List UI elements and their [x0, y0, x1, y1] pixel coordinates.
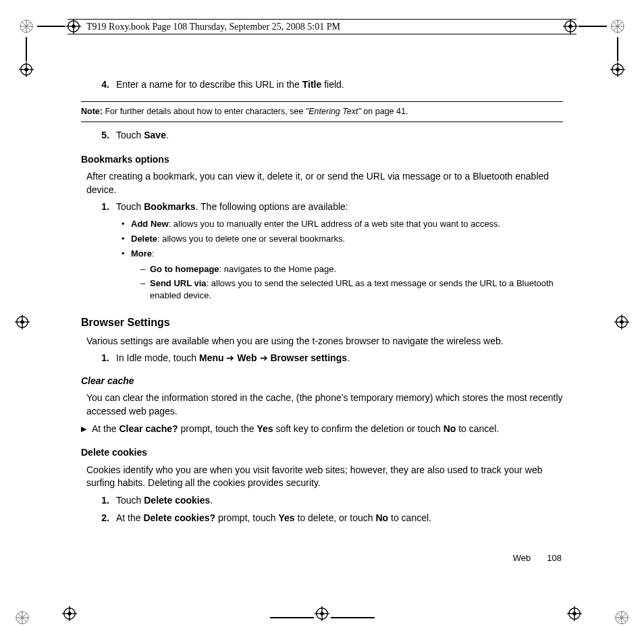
text: to cancel. [388, 512, 431, 523]
crosshair-icon [614, 315, 629, 333]
text: Touch [116, 495, 144, 506]
delete-cookies-heading: Delete cookies [81, 446, 563, 460]
bold-term: More [131, 248, 152, 259]
bold-term: Save [144, 130, 166, 140]
bullet-delete: • Delete: allows you to delete one or se… [81, 233, 563, 245]
step-number: 1. [92, 494, 109, 508]
crop-bar [26, 37, 27, 61]
svg-point-39 [20, 320, 24, 324]
text: prompt, touch [215, 512, 278, 523]
text: to delete, or touch [295, 512, 376, 523]
step-text: Touch Bookmarks. The following options a… [116, 200, 563, 214]
italic-reference: "Entering Text" [306, 107, 361, 116]
bold-term: Delete [131, 234, 157, 244]
text: on page 41. [361, 107, 408, 116]
svg-point-27 [568, 24, 572, 28]
crosshair-icon [610, 62, 625, 81]
footer-page-number: 108 [547, 553, 562, 563]
bold-term: Clear cache? [119, 423, 178, 434]
crosshair-icon [62, 606, 77, 625]
text: In Idle mode, touch [116, 352, 199, 363]
bold-term: Title [302, 79, 322, 90]
delete-cookies-text: Cookies identify who you are when you vi… [81, 464, 563, 490]
triangle-icon: ▶ [81, 423, 92, 436]
crop-star-icon [614, 610, 629, 625]
page-footer: Web108 [513, 552, 562, 564]
crosshair-icon [315, 606, 329, 625]
bold-term: Send URL via [150, 278, 207, 288]
crosshair-icon [66, 19, 81, 38]
delete-cookies-step-1: 1. Touch Delete cookies. [81, 494, 563, 508]
text: : allows you to manually enter the URL a… [169, 219, 501, 229]
page-header-text: T919 Roxy.book Page 108 Thursday, Septem… [86, 20, 340, 34]
bookmarks-step-1: 1. Touch Bookmarks. The following option… [81, 200, 563, 214]
step-text: Enter a name for to describe this URL in… [116, 78, 563, 92]
step-text: Touch Save. [116, 129, 563, 142]
bold-term: Delete cookies? [143, 512, 215, 523]
text: . [166, 130, 169, 140]
delete-cookies-step-2: 2. At the Delete cookies? prompt, touch … [81, 512, 563, 525]
step-text: At the Delete cookies? prompt, touch Yes… [116, 512, 563, 525]
dash-icon: – [140, 277, 150, 302]
step-number: 1. [92, 352, 109, 365]
bookmarks-intro: After creating a bookmark, you can view … [81, 170, 563, 196]
bullet-icon: • [122, 248, 131, 260]
page-content: 4. Enter a name for to describe this URL… [81, 74, 563, 529]
header-rule [68, 34, 576, 34]
step-number: 5. [92, 129, 109, 142]
step-number: 4. [92, 78, 109, 92]
svg-point-55 [572, 612, 576, 616]
text: . The following options are available: [196, 201, 348, 212]
crosshair-icon [19, 62, 34, 81]
text: : allows you to send the selected URL as… [150, 278, 554, 300]
text: At the [92, 423, 119, 434]
svg-point-31 [24, 68, 28, 72]
crosshair-icon [567, 606, 582, 625]
bookmarks-options-heading: Bookmarks options [81, 153, 563, 167]
svg-point-51 [320, 612, 324, 616]
sub-bullet-homepage: – Go to homepage: navigates to the Home … [81, 263, 563, 275]
crop-bar [331, 617, 375, 618]
bullet-add-new: • Add New: allows you to manually enter … [81, 218, 563, 230]
bold-term: No [444, 423, 456, 434]
arrow-icon: ➔ [224, 352, 238, 363]
clear-cache-prompt: ▶ At the Clear cache? prompt, touch the … [81, 423, 563, 436]
bullet-icon: • [122, 233, 131, 245]
crosshair-icon [15, 315, 30, 333]
bold-term: Yes [257, 423, 273, 434]
crop-star-icon [19, 19, 34, 34]
text: prompt, touch the [178, 423, 257, 434]
text: to cancel. [456, 423, 499, 434]
crop-star-icon [610, 19, 625, 34]
crop-bar [37, 26, 65, 27]
browser-step-1: 1. In Idle mode, touch Menu ➔ Web ➔ Brow… [81, 352, 563, 365]
text: soft key to confirm the deletion or touc… [273, 423, 444, 434]
bold-term: Menu [199, 352, 224, 363]
bold-term: Web [237, 352, 257, 363]
crop-bar [270, 617, 314, 618]
svg-point-47 [68, 612, 72, 616]
text: Touch [116, 130, 144, 140]
note-label: Note: [81, 107, 103, 116]
browser-settings-heading: Browser Settings [81, 315, 563, 330]
step-text: In Idle mode, touch Menu ➔ Web ➔ Browser… [116, 352, 563, 365]
bold-term: No [375, 512, 388, 523]
text: : navigates to the Home page. [219, 264, 336, 274]
text: : allows you to delete one or several bo… [157, 234, 345, 244]
bold-term: Delete cookies [144, 495, 210, 506]
step-5: 5. Touch Save. [81, 129, 563, 142]
crosshair-icon [563, 19, 578, 38]
step-text: Touch Delete cookies. [116, 494, 563, 508]
sub-bullet-send-url: – Send URL via: allows you to send the s… [81, 277, 563, 302]
text: Enter a name for to describe this URL in… [116, 79, 302, 90]
text: . [210, 495, 213, 506]
browser-intro: Various settings are available when you … [81, 335, 563, 348]
header-rule [68, 19, 576, 20]
step-4: 4. Enter a name for to describe this URL… [81, 78, 563, 92]
footer-section: Web [513, 553, 531, 563]
text: Touch [116, 201, 144, 212]
step-number: 1. [92, 200, 109, 214]
note-block: Note: For further details about how to e… [81, 101, 563, 123]
clear-cache-heading: Clear cache [81, 375, 563, 388]
dash-icon: – [140, 263, 150, 275]
